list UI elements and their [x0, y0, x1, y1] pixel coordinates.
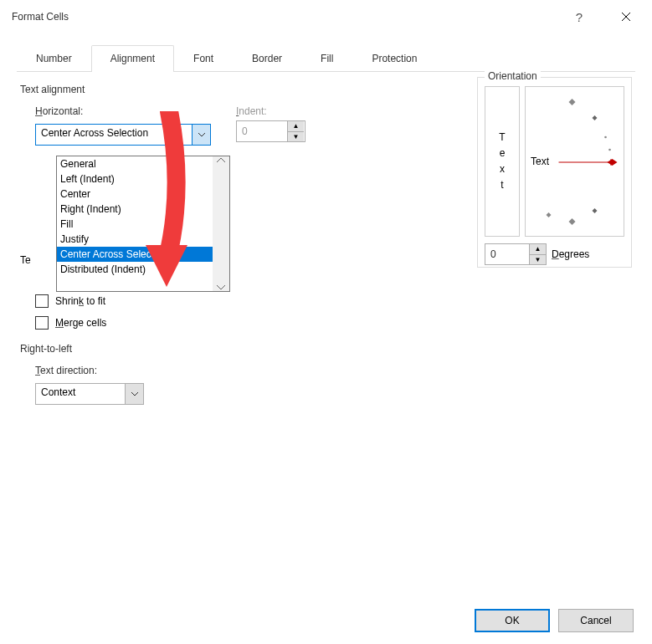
- text-control-label: Te: [20, 254, 31, 266]
- chevron-down-icon: [131, 392, 138, 396]
- cancel-button[interactable]: Cancel: [558, 609, 634, 632]
- window-title: Format Cells: [12, 11, 560, 23]
- svg-marker-9: [608, 159, 618, 166]
- horizontal-combo-button[interactable]: [192, 125, 210, 145]
- tab-alignment[interactable]: Alignment: [91, 45, 174, 71]
- shrink-label: Shrink to fit: [55, 295, 105, 307]
- indent-label: Indent:: [236, 105, 305, 117]
- degrees-value[interactable]: [485, 244, 529, 264]
- svg-marker-0: [569, 99, 576, 105]
- scroll-up-icon: [217, 158, 225, 163]
- text-direction-combo[interactable]: Context: [35, 383, 144, 405]
- scroll-down-icon: [217, 284, 225, 289]
- indent-value[interactable]: [237, 121, 287, 141]
- svg-marker-6: [547, 212, 552, 217]
- tab-border[interactable]: Border: [233, 45, 301, 71]
- svg-point-3: [608, 149, 611, 151]
- text-direction-label: Text direction:: [35, 365, 470, 376]
- horizontal-option-left-indent[interactable]: Left (Indent): [57, 171, 213, 187]
- degrees-spin-up[interactable]: ▲: [530, 244, 546, 255]
- horizontal-option-center[interactable]: Center: [57, 187, 213, 202]
- orientation-vertical-text[interactable]: T e x t: [485, 86, 520, 237]
- shrink-checkbox[interactable]: [35, 294, 49, 308]
- degrees-label: Degrees: [552, 248, 589, 260]
- orientation-dial-label: Text: [531, 156, 549, 167]
- tab-font[interactable]: Font: [174, 45, 233, 71]
- horizontal-option-justify[interactable]: Justify: [57, 232, 213, 247]
- help-button[interactable]: ?: [560, 4, 598, 29]
- horizontal-option-right-indent[interactable]: Right (Indent): [57, 202, 213, 217]
- chevron-down-icon: [198, 133, 205, 137]
- tab-protection[interactable]: Protection: [352, 45, 436, 71]
- text-direction-combo-button[interactable]: [125, 384, 143, 404]
- merge-checkbox[interactable]: [35, 316, 49, 330]
- indent-spin-up[interactable]: ▲: [288, 121, 304, 132]
- horizontal-option-distributed-indent[interactable]: Distributed (Indent): [57, 262, 213, 277]
- rtl-label: Right-to-left: [20, 343, 470, 355]
- tab-fill[interactable]: Fill: [301, 45, 352, 71]
- indent-spin-down[interactable]: ▼: [288, 132, 304, 142]
- close-button[interactable]: [607, 4, 645, 29]
- ok-button[interactable]: OK: [475, 609, 550, 632]
- text-alignment-label: Text alignment: [20, 84, 470, 95]
- svg-marker-4: [593, 208, 598, 213]
- horizontal-combo-value: Center Across Selection: [36, 125, 192, 145]
- indent-spinner[interactable]: ▲ ▼: [236, 120, 305, 142]
- horizontal-option-fill[interactable]: Fill: [57, 217, 213, 232]
- degrees-spinner[interactable]: ▲ ▼: [485, 243, 547, 265]
- horizontal-option-general[interactable]: General: [57, 156, 213, 171]
- close-icon: [621, 12, 631, 22]
- svg-marker-1: [593, 115, 598, 120]
- text-direction-value: Context: [36, 384, 125, 404]
- degrees-spin-down[interactable]: ▼: [530, 255, 546, 265]
- merge-label: Merge cells: [55, 317, 106, 329]
- tab-number[interactable]: Number: [17, 45, 91, 71]
- dropdown-scrollbar[interactable]: [213, 156, 229, 291]
- svg-point-2: [604, 136, 607, 139]
- horizontal-dropdown[interactable]: General Left (Indent) Center Right (Inde…: [56, 156, 230, 292]
- horizontal-label: Horizontal:: [35, 105, 211, 117]
- svg-marker-5: [569, 218, 576, 225]
- orientation-label: Orientation: [485, 70, 541, 82]
- tab-strip: Number Alignment Font Border Fill Protec…: [17, 45, 635, 72]
- orientation-dial[interactable]: Text: [525, 86, 624, 237]
- horizontal-combo[interactable]: Center Across Selection: [35, 124, 211, 146]
- horizontal-option-center-across-selection[interactable]: Center Across Selection: [57, 247, 213, 262]
